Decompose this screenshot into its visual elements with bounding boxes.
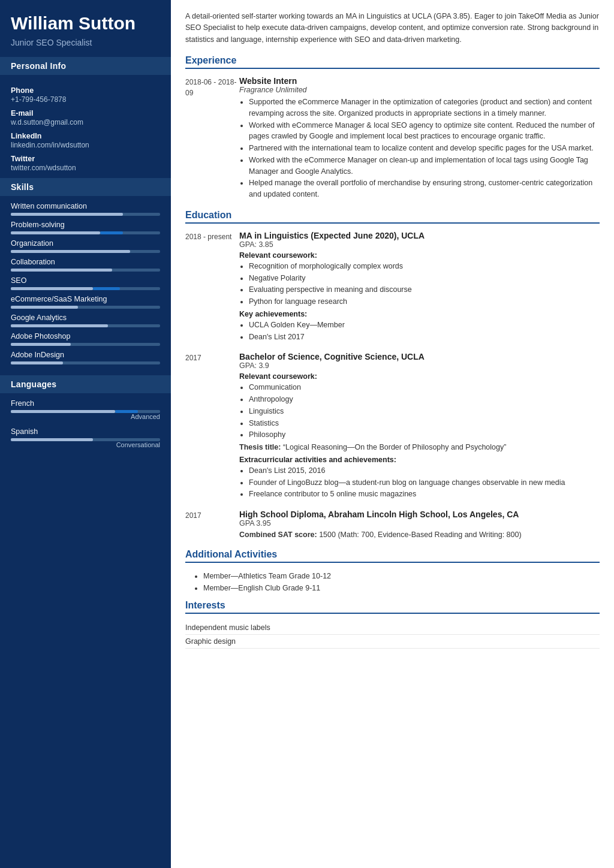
gpa: GPA: 3.85 — [239, 240, 600, 249]
skill-item: Adobe InDesign — [11, 351, 160, 364]
skill-item: SEO — [11, 276, 160, 290]
experience-bullet: Supported the eCommerce Manager in the o… — [249, 97, 600, 119]
education-section-title: Education — [185, 210, 600, 224]
extra-activity-item: Founder of LingoBuzz blog—a student-run … — [249, 477, 600, 489]
degree-title: MA in Linguistics (Expected June 2020), … — [239, 231, 600, 240]
skill-name: SEO — [11, 276, 160, 285]
main-content: A detail-oriented self-starter working t… — [171, 0, 614, 868]
skill-bar-fill — [11, 250, 130, 253]
additional-activity-item: Member—English Club Grade 9-11 — [203, 582, 600, 594]
skill-name: Adobe Photoshop — [11, 332, 160, 340]
thesis: Thesis title: “Logical Reasoning—On the … — [239, 442, 600, 453]
skill-name: Written communication — [11, 202, 160, 210]
twitter-value: twitter.com/wdsutton — [11, 164, 160, 172]
candidate-title: Junior SEO Specialist — [11, 38, 160, 47]
sidebar-header: William Sutton Junior SEO Specialist — [0, 0, 171, 57]
education-date: 2017 — [185, 510, 239, 541]
skill-name: eCommerce/SaaS Marketing — [11, 295, 160, 303]
additional-activity-item: Member—Athletics Team Grade 10-12 — [203, 570, 600, 582]
skill-bar-accent — [100, 231, 122, 234]
additional-section-title: Additional Activities — [185, 549, 600, 563]
coursework-item: Negative Polarity — [249, 273, 600, 284]
skills-content: Written communicationProblem-solvingOrga… — [0, 196, 171, 375]
skill-bar-accent — [93, 287, 120, 290]
skill-name: Collaboration — [11, 258, 160, 266]
summary-text: A detail-oriented self-starter working t… — [185, 11, 600, 46]
skill-bar-background — [11, 287, 160, 290]
skill-item: Problem-solving — [11, 221, 160, 234]
interest-item: Independent music labels — [185, 621, 600, 635]
skill-bar-fill — [11, 269, 112, 272]
linkedin-value: linkedin.com/in/wdsutton — [11, 141, 160, 149]
skill-name: Google Analytics — [11, 314, 160, 322]
personal-info-section-title: Personal Info — [0, 57, 171, 75]
achievements-label: Key achievements: — [239, 310, 600, 318]
skill-bar-fill — [11, 306, 78, 309]
language-bar-background — [11, 438, 160, 441]
coursework-item: Linguistics — [249, 406, 600, 417]
language-name: Spanish — [11, 427, 160, 436]
email-value: w.d.sutton@gmail.com — [11, 118, 160, 126]
skill-name: Adobe InDesign — [11, 351, 160, 359]
extra-activities-list: Dean's List 2015, 2016Founder of LingoBu… — [239, 465, 600, 500]
skill-bar-background — [11, 213, 160, 216]
extra-activity-item: Dean's List 2015, 2016 — [249, 465, 600, 477]
skill-bar-background — [11, 306, 160, 309]
experience-bullets: Supported the eCommerce Manager in the o… — [239, 97, 600, 200]
coursework-item: Philosophy — [249, 429, 600, 441]
achievements-list: UCLA Golden Key—MemberDean's List 2017 — [239, 320, 600, 343]
education-body: Bachelor of Science, Cognitive Science, … — [239, 352, 600, 501]
interests-section-title: Interests — [185, 600, 600, 614]
coursework-label: Relevant coursework: — [239, 372, 600, 381]
coursework-item: Recognition of morphologically complex w… — [249, 261, 600, 272]
phone-value: +1-799-456-7878 — [11, 95, 160, 104]
language-name: French — [11, 399, 160, 408]
achievement-item: Dean's List 2017 — [249, 331, 600, 343]
interest-item: Graphic design — [185, 635, 600, 649]
achievement-item: UCLA Golden Key—Member — [249, 320, 600, 331]
education-entry: 2017High School Diploma, Abraham Lincoln… — [185, 510, 600, 541]
language-bar-fill — [11, 410, 115, 413]
coursework-item: Communication — [249, 382, 600, 393]
skill-bar-background — [11, 269, 160, 272]
personal-info-content: Phone +1-799-456-7878 E-mail w.d.sutton@… — [0, 75, 171, 178]
education-body: High School Diploma, Abraham Lincoln Hig… — [239, 510, 600, 541]
experience-entry: 2018-06 - 2018-09Website InternFragrance… — [185, 76, 600, 201]
interests-container: Independent music labelsGraphic design — [185, 621, 600, 649]
degree-title: Bachelor of Science, Cognitive Science, … — [239, 352, 600, 361]
education-date: 2017 — [185, 352, 239, 501]
education-date: 2018 - present — [185, 231, 239, 344]
coursework-label: Relevant coursework: — [239, 251, 600, 260]
email-label: E-mail — [11, 109, 160, 117]
languages-section-title: Languages — [0, 375, 171, 393]
experience-bullet: Partnered with the international team to… — [249, 143, 600, 154]
coursework-list: CommunicationAnthropologyLinguisticsStat… — [239, 382, 600, 441]
gpa: GPA: 3.9 — [239, 361, 600, 370]
skill-bar-fill — [11, 231, 100, 234]
skill-name: Organization — [11, 239, 160, 248]
gpa: GPA 3.95 — [239, 519, 600, 528]
skill-bar-fill — [11, 361, 63, 364]
education-container: 2018 - presentMA in Linguistics (Expecte… — [185, 231, 600, 541]
coursework-item: Evaluating perspective in meaning and di… — [249, 284, 600, 296]
skills-section-title: Skills — [0, 178, 171, 196]
coursework-item: Anthropology — [249, 394, 600, 405]
experience-section-title: Experience — [185, 55, 600, 69]
extra-label: Extracurricular activities and achieveme… — [239, 456, 600, 464]
skill-bar-fill — [11, 324, 108, 327]
languages-content: FrenchAdvancedSpanishConversational — [0, 393, 171, 462]
education-entry: 2017Bachelor of Science, Cognitive Scien… — [185, 352, 600, 501]
coursework-item: Statistics — [249, 418, 600, 429]
experience-bullet: Worked with the eCommerce Manager on cle… — [249, 155, 600, 177]
skill-item: Written communication — [11, 202, 160, 216]
candidate-name: William Sutton — [11, 13, 160, 34]
extra-activity-item: Freelance contributor to 5 online music … — [249, 489, 600, 500]
skill-bar-fill — [11, 213, 123, 216]
skill-bar-fill — [11, 343, 71, 346]
coursework-list: Recognition of morphologically complex w… — [239, 261, 600, 308]
skill-bar-background — [11, 361, 160, 364]
language-level: Conversational — [11, 441, 160, 448]
language-bar-fill — [11, 438, 93, 441]
skill-bar-background — [11, 343, 160, 346]
language-bar-background — [11, 410, 160, 413]
